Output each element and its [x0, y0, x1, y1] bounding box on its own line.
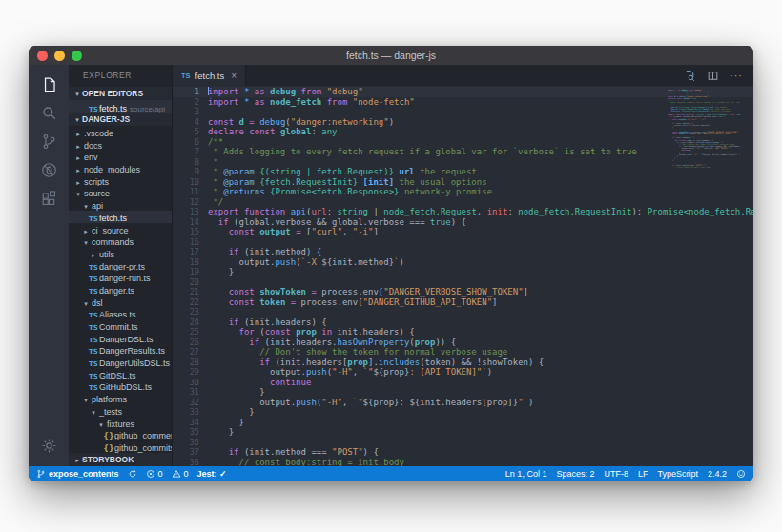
tree-item-danger-ts[interactable]: TSdanger.ts [69, 283, 172, 296]
code-line[interactable]: 14 if (global.verbose && global.verbose … [173, 217, 753, 228]
code-line[interactable]: 35 } [173, 427, 753, 438]
code-line[interactable]: 25 for (const prop in init.headers) { [173, 327, 753, 338]
code-line[interactable]: 28 if (init.headers[prop].includes(token… [173, 358, 753, 368]
extensions-icon[interactable] [32, 184, 65, 213]
tree-item--vscode[interactable]: ▸.vscode [69, 126, 172, 138]
line-number: 24 [173, 317, 208, 328]
tab-fetch-ts[interactable]: TS fetch.ts × [173, 65, 246, 86]
code-line[interactable]: 18 output.push(`-X ${init.method}`) [173, 257, 753, 268]
tree-item-github_commits-[interactable]: {}github_commits.. [69, 440, 172, 453]
storybook-section-header[interactable]: ▸STORYBOOK [69, 453, 172, 466]
branch-name: expose_contents [49, 469, 119, 479]
code-line[interactable]: 16 [173, 237, 753, 248]
cursor-position[interactable]: Ln 1, Col 1 [505, 469, 547, 479]
code-line[interactable]: 2import * as node_fetch from "node-fetch… [173, 97, 753, 108]
tree-item-platforms[interactable]: ▾platforms [69, 392, 172, 404]
code-line[interactable]: 11 * @returns {Promise<fetch.Response>} … [173, 187, 753, 197]
tree-item-githubdsl-ts[interactable]: TSGitHubDSL.ts [69, 379, 172, 392]
code-line[interactable]: 13export function api(url: string | node… [173, 207, 753, 217]
tree-item-source[interactable]: ▾source [69, 186, 172, 198]
tree-item-utils[interactable]: ▸utils [69, 247, 172, 259]
code-line[interactable]: 4const d = debug("danger:networking") [173, 117, 753, 128]
code-line[interactable]: 29 output.push("-H", `"${prop}: [API TOK… [173, 367, 753, 378]
explorer-icon[interactable] [32, 70, 65, 98]
tree-item-commands[interactable]: ▾commands [69, 235, 172, 247]
code-line[interactable]: 15 const output = ["curl", "-i"] [173, 227, 753, 237]
code-line[interactable]: 22 const token = process.env["DANGER_GIT… [173, 297, 753, 308]
zoom-window-button[interactable] [72, 51, 82, 61]
search-icon[interactable] [32, 98, 65, 127]
tree-item-dangerresults-ts[interactable]: TSDangerResults.ts [69, 343, 172, 356]
tree-item-scripts[interactable]: ▸scripts [69, 174, 172, 187]
code-line[interactable]: 34 } [173, 418, 753, 428]
tree-item-fetch-ts[interactable]: TSfetch.ts [69, 211, 172, 223]
code-line[interactable]: 7 * Adds logging to every fetch request … [173, 147, 753, 157]
tree-item-aliases-ts[interactable]: TSAliases.ts [69, 307, 172, 319]
tree-item-commit-ts[interactable]: TSCommit.ts [69, 319, 172, 332]
tree-item-env[interactable]: ▸env [69, 150, 172, 162]
typescript-version[interactable]: 2.4.2 [708, 469, 727, 479]
code-line[interactable]: 19 } [173, 267, 753, 277]
code-line[interactable]: 26 if (init.headers.hasOwnProperty(prop)… [173, 338, 753, 348]
tab-close-icon[interactable]: × [231, 71, 237, 81]
code-line[interactable]: 9 * @param {(string | fetch.Request)} ur… [173, 167, 753, 177]
tree-item-_tests[interactable]: ▾_tests [69, 404, 172, 417]
code-line[interactable]: 8 * [173, 157, 753, 168]
source-control-icon[interactable] [32, 127, 65, 155]
code-line[interactable]: 24 if (init.headers) { [173, 317, 753, 328]
code-line[interactable]: 38 // const body:string = init.body [173, 458, 753, 467]
debug-icon[interactable] [32, 155, 65, 184]
sync-changes-button[interactable] [128, 469, 137, 479]
code-line[interactable]: 33 } [173, 407, 753, 418]
tree-item-dangerdsl-ts[interactable]: TSDangerDSL.ts [69, 332, 172, 344]
code-line[interactable]: 20 [173, 277, 753, 288]
jest-status[interactable]: Jest: ✓ [197, 469, 227, 479]
feedback-smiley-icon[interactable] [736, 469, 746, 479]
errors-indicator[interactable]: 0 [146, 469, 163, 479]
code-line[interactable]: 1import * as debug from "debug" [173, 87, 753, 97]
project-section-header[interactable]: ▾DANGER-JS [69, 113, 172, 126]
tree-item-api[interactable]: ▾api [69, 198, 172, 211]
code-line[interactable]: 32 output.push("-H", `"${prop}: ${init.h… [173, 398, 753, 408]
tree-item-dangerutilsdsl-ts[interactable]: TSDangerUtilsDSL.ts [69, 356, 172, 368]
open-changes-icon[interactable] [684, 70, 696, 82]
minimize-window-button[interactable] [54, 51, 65, 61]
code-area[interactable]: 1import * as debug from "debug"2import *… [173, 86, 753, 466]
tree-item-fixtures[interactable]: ▾fixtures [69, 417, 172, 429]
encoding-setting[interactable]: UTF-8 [604, 469, 628, 479]
tree-item-node_modules[interactable]: ▸node_modules [69, 162, 172, 174]
tree-item-ci_source[interactable]: ▸ci_source [69, 223, 172, 235]
eol-setting[interactable]: LF [638, 469, 648, 479]
title-bar[interactable]: fetch.ts — danger-js [29, 46, 753, 65]
warnings-indicator[interactable]: 0 [172, 469, 189, 479]
code-line[interactable]: 12 */ [173, 197, 753, 208]
code-line[interactable]: 36 [173, 438, 753, 448]
tree-item-dsl[interactable]: ▾dsl [69, 296, 172, 308]
more-actions-icon[interactable]: ··· [730, 71, 743, 80]
tree-item-gitdsl-ts[interactable]: TSGitDSL.ts [69, 368, 172, 380]
tree-item-danger-pr-ts[interactable]: TSdanger-pr.ts [69, 259, 172, 272]
code-line[interactable]: 30 continue [173, 378, 753, 388]
settings-gear-icon[interactable] [32, 431, 65, 460]
indentation-setting[interactable]: Spaces: 2 [556, 469, 594, 479]
minimap[interactable]: import * as debug from "debug"import * a… [668, 89, 740, 168]
code-line[interactable]: 37 if (init.method === "POST") { [173, 447, 753, 458]
code-line[interactable]: 3 [173, 107, 753, 117]
open-editor-item-fetch-ts[interactable]: TSfetch.tssource/api [69, 100, 172, 113]
tree-item-danger-run-ts[interactable]: TSdanger-run.ts [69, 271, 172, 283]
split-editor-icon[interactable] [707, 70, 719, 82]
code-line[interactable]: 6/** [173, 137, 753, 148]
close-window-button[interactable] [37, 51, 48, 61]
code-line[interactable]: 5declare const global: any [173, 127, 753, 137]
code-line[interactable]: 27 // Don't show the token for normal ve… [173, 347, 753, 358]
code-line[interactable]: 23 [173, 307, 753, 317]
git-branch-status[interactable]: expose_contents [36, 469, 119, 479]
open-editors-header[interactable]: ▾OPEN EDITORS [69, 87, 172, 100]
code-line[interactable]: 21 const showToken = process.env["DANGER… [173, 287, 753, 297]
language-mode[interactable]: TypeScript [657, 469, 698, 479]
code-line[interactable]: 31 } [173, 387, 753, 398]
code-line[interactable]: 17 if (init.method) { [173, 247, 753, 257]
tree-item-github_commen-[interactable]: {}github_commen.. [69, 428, 172, 440]
tree-item-docs[interactable]: ▸docs [69, 138, 172, 151]
code-line[interactable]: 10 * @param {fetch.RequestInit} [init] t… [173, 177, 753, 188]
